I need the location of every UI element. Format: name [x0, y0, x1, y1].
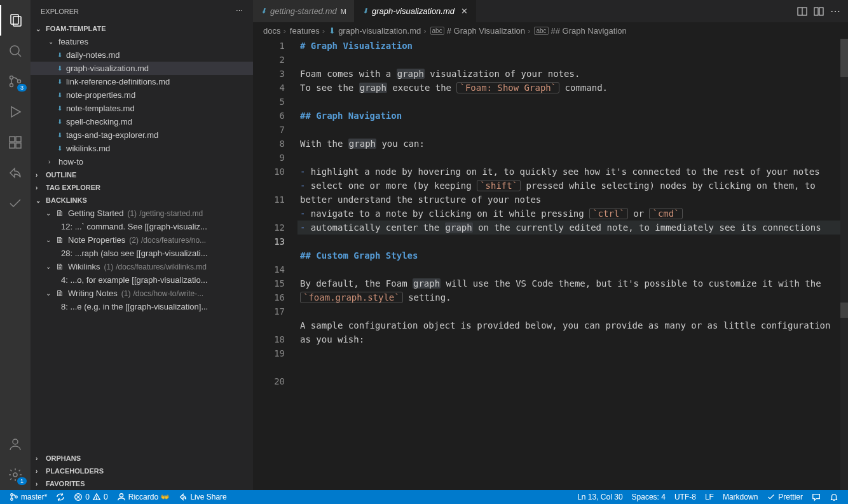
code-lines[interactable]: # Graph Visualization Foam comes with a … [297, 39, 848, 490]
run-debug-icon[interactable] [0, 97, 31, 127]
backlink-item[interactable]: ⌄🗎 Writing Notes (1) /docs/how-to/write-… [31, 287, 253, 300]
language-status[interactable]: Markdown [718, 493, 762, 501]
section-placeholders[interactable]: ›PLACEHOLDERS [31, 465, 253, 477]
crumb[interactable]: docs› [263, 26, 286, 36]
file-item[interactable]: ⬇link-reference-definitions.md [31, 75, 253, 88]
backlink-line[interactable]: 28: ...raph (also see [[graph-visualizat… [31, 247, 253, 260]
backlink-line[interactable]: 4: ...o, for example [[graph-visualizati… [31, 273, 253, 287]
markdown-icon: ⬇ [57, 145, 62, 152]
more-icon[interactable]: ⋯ [830, 5, 840, 17]
user-status[interactable]: Riccardo 👐 [113, 493, 175, 501]
markdown-icon: ⬇ [57, 51, 62, 58]
share-icon[interactable] [0, 158, 31, 188]
svg-rect-10 [16, 143, 21, 148]
file-item[interactable]: ⬇wikilinks.md [31, 142, 253, 155]
section-tag-explorer[interactable]: ›TAG EXPLORER [31, 181, 253, 194]
note-icon: 🗎 [56, 235, 64, 245]
note-icon: 🗎 [56, 208, 64, 218]
svg-rect-17 [819, 8, 823, 15]
settings-icon[interactable]: 1 [0, 460, 31, 490]
eol-status[interactable]: LF [701, 493, 718, 501]
search-icon[interactable] [0, 36, 31, 66]
crumb[interactable]: abc# Graph Visualization› [430, 26, 531, 36]
svg-point-25 [97, 498, 97, 499]
sync-status[interactable] [51, 493, 69, 501]
markdown-icon: ⬇ [57, 132, 62, 139]
crumb[interactable]: ⬇ graph-visualization.md› [329, 26, 426, 36]
svg-point-5 [10, 84, 13, 87]
backlink-item[interactable]: ⌄🗎 Wikilinks (1) /docs/features/wikilink… [31, 260, 253, 273]
file-item[interactable]: ⬇note-templates.md [31, 102, 253, 115]
crumb[interactable]: abc## Graph Navigation [534, 26, 626, 36]
svg-marker-7 [11, 107, 20, 117]
backlink-line[interactable]: 8: ...e (e.g. in the [[graph-visualizati… [31, 300, 253, 313]
tab-getting-started[interactable]: ⬇ getting-started.md M [253, 0, 355, 22]
section-foam-template[interactable]: ⌄FOAM-TEMPLATE [31, 22, 253, 35]
extensions-icon[interactable] [0, 127, 31, 158]
encoding-status[interactable]: UTF-8 [670, 493, 701, 501]
close-icon[interactable]: ✕ [461, 6, 468, 16]
code-editor[interactable]: 1 2 3 4 5 6 7 8 9 10 11 12 13 14 15 16 1… [253, 39, 848, 490]
editor-area: ⬇ getting-started.md M ⬇ graph-visualiza… [253, 0, 848, 490]
sidebar-header: EXPLORER ⋯ [31, 0, 253, 22]
file-item[interactable]: ⬇daily-notes.md [31, 48, 253, 62]
markdown-icon: ⬇ [261, 7, 266, 15]
note-icon: 🗎 [56, 262, 64, 271]
tab-graph-visualization[interactable]: ⬇ graph-visualization.md ✕ [355, 0, 476, 22]
feedback-icon[interactable] [807, 493, 825, 501]
markdown-icon: ⬇ [57, 78, 62, 85]
markdown-icon: ⬇ [329, 26, 336, 36]
accounts-icon[interactable] [0, 429, 31, 460]
breadcrumbs[interactable]: docs› features› ⬇ graph-visualization.md… [253, 22, 848, 39]
backlink-item[interactable]: ⌄🗎 Note Properties (2) /docs/features/no… [31, 233, 253, 247]
explorer-icon[interactable] [0, 5, 31, 36]
bell-icon[interactable] [825, 493, 843, 501]
folder-how-to[interactable]: ›how-to [31, 155, 253, 168]
svg-point-19 [11, 498, 13, 501]
settings-badge: 1 [17, 477, 27, 485]
file-item[interactable]: ⬇note-properties.md [31, 88, 253, 102]
svg-point-6 [18, 80, 21, 83]
section-orphans[interactable]: ›ORPHANS [31, 452, 253, 465]
gutter: 1 2 3 4 5 6 7 8 9 10 11 12 13 14 15 16 1… [253, 39, 297, 490]
markdown-icon: ⬇ [57, 105, 62, 112]
svg-rect-8 [10, 137, 15, 142]
section-backlinks[interactable]: ⌄BACKLINKS [31, 194, 253, 207]
sidebar-more-icon[interactable]: ⋯ [236, 7, 243, 15]
crumb[interactable]: features› [290, 26, 325, 36]
svg-rect-11 [16, 137, 21, 142]
check-icon[interactable] [0, 188, 31, 219]
source-control-icon[interactable]: 3 [0, 66, 31, 97]
branch-status[interactable]: master* [5, 493, 51, 501]
activity-bar: 3 1 [0, 0, 31, 490]
file-item[interactable]: ⬇tags-and-tag-explorer.md [31, 128, 253, 142]
backlink-line[interactable]: 12: ...` command. See [[graph-visualiz..… [31, 220, 253, 233]
spaces-status[interactable]: Spaces: 4 [627, 493, 670, 501]
backlink-item[interactable]: ⌄🗎 Getting Started (1) /getting-started.… [31, 207, 253, 220]
errors-status[interactable]: 0 0 [69, 493, 112, 501]
minimap[interactable] [840, 39, 848, 490]
scm-badge: 3 [17, 84, 27, 92]
section-outline[interactable]: ›OUTLINE [31, 168, 253, 181]
tabs: ⬇ getting-started.md M ⬇ graph-visualiza… [253, 0, 848, 22]
markdown-icon: ⬇ [57, 118, 62, 125]
svg-point-12 [13, 439, 18, 444]
svg-point-18 [11, 494, 13, 496]
liveshare-status[interactable]: Live Share [174, 493, 231, 501]
section-favorites[interactable]: ›FAVORITES [31, 477, 253, 490]
file-item[interactable]: ⬇spell-checking.md [31, 115, 253, 128]
file-item[interactable]: ⬇graph-visualization.md [31, 62, 253, 75]
sidebar: EXPLORER ⋯ ⌄FOAM-TEMPLATE ⌄features ⬇dai… [31, 0, 253, 490]
statusbar: master* 0 0 Riccardo 👐 Live Share Ln 13,… [0, 490, 848, 504]
markdown-icon: ⬇ [57, 92, 62, 99]
svg-line-3 [18, 53, 21, 57]
sidebar-title: EXPLORER [41, 8, 79, 15]
split-preview-icon[interactable] [797, 6, 807, 17]
cursor-position[interactable]: Ln 13, Col 30 [573, 493, 627, 501]
svg-point-4 [10, 76, 13, 79]
split-editor-icon[interactable] [814, 6, 824, 17]
folder-features[interactable]: ⌄features [31, 35, 253, 48]
prettier-status[interactable]: Prettier [762, 493, 807, 501]
markdown-icon: ⬇ [362, 7, 368, 15]
markdown-icon: ⬇ [57, 65, 62, 72]
